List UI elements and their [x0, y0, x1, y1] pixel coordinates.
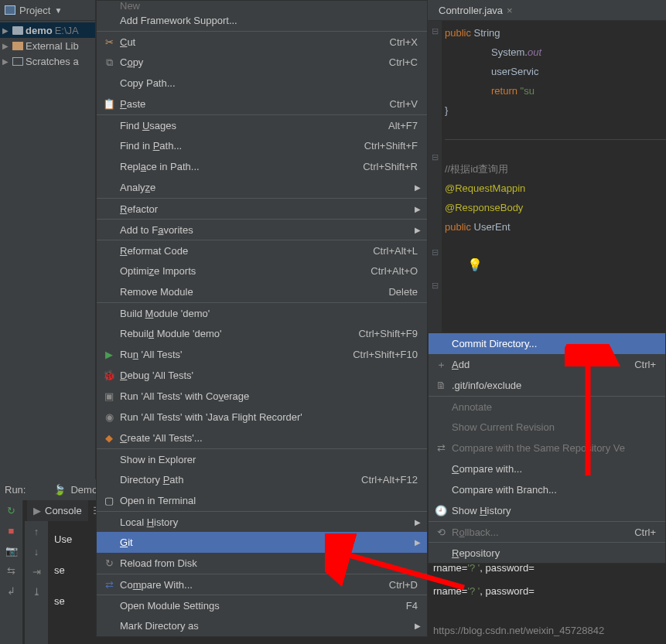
code-text: System.: [491, 46, 528, 58]
menu-copy-path[interactable]: Copy Path...: [97, 73, 427, 94]
lower-code: rname='? ', password= rname='? ', passwo…: [433, 557, 666, 603]
menu-compare-with[interactable]: ⇄Compare With...Ctrl+D: [97, 574, 427, 595]
console-tab[interactable]: ▶ Console: [27, 500, 88, 521]
menu-directory-path[interactable]: Directory PathCtrl+Alt+F12: [97, 469, 427, 490]
library-icon: [12, 42, 23, 50]
menu-open-module-settings[interactable]: Open Module SettingsF4: [97, 595, 427, 615]
submenu-arrow-icon: ▶: [415, 226, 421, 234]
submenu-arrow-icon: ▶: [415, 518, 421, 526]
expand-icon[interactable]: ▶: [2, 42, 10, 50]
submenu-rollback: ⟲Rollback...Ctrl+: [429, 521, 665, 542]
scroll-icon[interactable]: ⤓: [32, 586, 41, 598]
menu-mark-directory[interactable]: Mark Directory as▶: [97, 615, 427, 636]
stop-icon[interactable]: ■: [9, 525, 15, 537]
code-str: "su: [521, 85, 535, 97]
fold-icon[interactable]: ⊟: [432, 247, 442, 257]
tree-item-external[interactable]: ▶ External Lib: [0, 38, 95, 53]
code-ann: @ResponseBody: [445, 202, 523, 213]
code-text: userServic: [491, 66, 538, 77]
submenu-show-history[interactable]: 🕘Show History: [429, 500, 665, 521]
editor-tab-bar: Controller.java ×: [428, 0, 666, 21]
expand-icon[interactable]: ▶: [2, 26, 10, 35]
rollback-icon: ⟲: [435, 526, 447, 538]
folder-icon: [12, 26, 23, 35]
menu-cut[interactable]: ✂CutCtrl+X: [97, 31, 427, 52]
output-icon[interactable]: ⇆: [7, 565, 15, 577]
submenu-exclude[interactable]: 🗎.git/info/exclude: [429, 375, 665, 396]
code-kw: public: [445, 221, 474, 233]
cut-icon: ✂: [103, 36, 115, 48]
bug-icon: 🐞: [103, 370, 115, 382]
menu-new[interactable]: New: [97, 1, 427, 10]
menu-create-tests[interactable]: ◆Create 'All Tests'...: [97, 428, 427, 448]
submenu-annotate: Annotate: [429, 396, 665, 417]
bulb-icon[interactable]: 💡: [467, 257, 483, 272]
coverage-icon: ▣: [103, 390, 115, 403]
menu-optimize[interactable]: Optimize ImportsCtrl+Alt+O: [97, 261, 427, 281]
up-icon[interactable]: ↑: [34, 526, 39, 537]
submenu-arrow-icon: ▶: [415, 205, 421, 213]
tree-item-demo[interactable]: ▶ demo E:\JA: [0, 22, 95, 38]
expand-icon[interactable]: ▶: [2, 57, 10, 66]
menu-remove-module[interactable]: Remove ModuleDelete: [97, 281, 427, 302]
editor-tab[interactable]: Controller.java ×: [432, 0, 519, 20]
code-text: String: [474, 27, 504, 39]
menu-copy[interactable]: ⧉CopyCtrl+C: [97, 52, 427, 73]
menu-paste[interactable]: 📋PasteCtrl+V: [97, 94, 427, 114]
fold-icon[interactable]: ⊟: [432, 152, 442, 162]
tree-demo-name: demo: [26, 25, 53, 36]
context-menu: New Add Framework Support... ✂CutCtrl+X …: [96, 0, 428, 637]
submenu-compare-with[interactable]: Compare with...: [429, 458, 665, 479]
console-tab-label: Console: [45, 505, 82, 516]
close-icon[interactable]: ×: [507, 5, 513, 16]
menu-open-terminal[interactable]: ▢Open in Terminal: [97, 490, 427, 511]
menu-analyze[interactable]: Analyze▶: [97, 177, 427, 198]
menu-run-jfr[interactable]: ◉Run 'All Tests' with 'Java Flight Recor…: [97, 407, 427, 428]
menu-find-in-path[interactable]: Find in Path...Ctrl+Shift+F: [97, 135, 427, 156]
menu-replace-in-path[interactable]: Replace in Path...Ctrl+Shift+R: [97, 156, 427, 177]
project-header[interactable]: Project ▼: [0, 0, 95, 21]
plus-icon: ＋: [435, 359, 447, 371]
code-text: }: [445, 104, 448, 116]
menu-add-favorites[interactable]: Add to Favorites▶: [97, 219, 427, 240]
submenu-show-revision: Show Current Revision: [429, 417, 665, 438]
run-config-icon: 🍃: [53, 484, 66, 496]
submenu-arrow-icon: ▶: [415, 622, 421, 630]
wrap-icon[interactable]: ↲: [7, 585, 15, 597]
chevron-down-icon: ▼: [54, 6, 62, 15]
submenu-add[interactable]: ＋AddCtrl+: [429, 354, 665, 375]
menu-find-usages[interactable]: Find UsagesAlt+F7: [97, 114, 427, 135]
submenu-commit[interactable]: Commit Directory...: [429, 333, 665, 354]
submenu-repository[interactable]: Repository: [429, 542, 665, 563]
submenu-compare-repo: ⇄Compare with the Same Repository Ve: [429, 438, 665, 458]
menu-reformat[interactable]: Reformat CodeCtrl+Alt+L: [97, 240, 427, 261]
tab-label: Controller.java: [439, 5, 503, 16]
fold-icon[interactable]: ⊟: [432, 281, 442, 291]
rerun-icon[interactable]: ↻: [7, 505, 15, 516]
terminal-icon: ▢: [103, 495, 115, 507]
submenu-compare-branch[interactable]: Compare with Branch...: [429, 479, 665, 500]
camera-icon[interactable]: 📷: [5, 545, 18, 557]
menu-debug[interactable]: 🐞Debug 'All Tests': [97, 365, 427, 386]
console-icon: ▶: [33, 505, 41, 516]
file-icon: 🗎: [435, 380, 447, 392]
menu-rebuild-module[interactable]: Rebuild Module 'demo'Ctrl+Shift+F9: [97, 323, 427, 344]
tree-item-scratches[interactable]: ▶ Scratches a: [0, 53, 95, 69]
menu-reload[interactable]: ↻Reload from Disk: [97, 553, 427, 574]
menu-refactor[interactable]: Refactor▶: [97, 198, 427, 219]
tree-demo-path: E:\JA: [55, 25, 79, 36]
code-kw: public: [445, 27, 474, 39]
menu-run[interactable]: ▶Run 'All Tests'Ctrl+Shift+F10: [97, 344, 427, 365]
menu-add-framework[interactable]: Add Framework Support...: [97, 10, 427, 31]
watermark: https://blog.csdn.net/weixin_45728842: [433, 625, 604, 636]
menu-run-coverage[interactable]: ▣Run 'All Tests' with Coverage: [97, 386, 427, 407]
fold-icon[interactable]: ⊟: [432, 26, 442, 36]
down-icon[interactable]: ↓: [34, 546, 39, 557]
menu-git[interactable]: Git▶: [97, 532, 427, 553]
menu-show-explorer[interactable]: Show in Explorer: [97, 448, 427, 469]
wrap2-icon[interactable]: ⇥: [32, 566, 41, 578]
code-area[interactable]: public String System.out userServic retu…: [445, 23, 666, 237]
menu-build-module[interactable]: Build Module 'demo': [97, 302, 427, 323]
menu-local-history[interactable]: Local History▶: [97, 511, 427, 532]
git-submenu: Commit Directory... ＋AddCtrl+ 🗎.git/info…: [428, 332, 666, 564]
